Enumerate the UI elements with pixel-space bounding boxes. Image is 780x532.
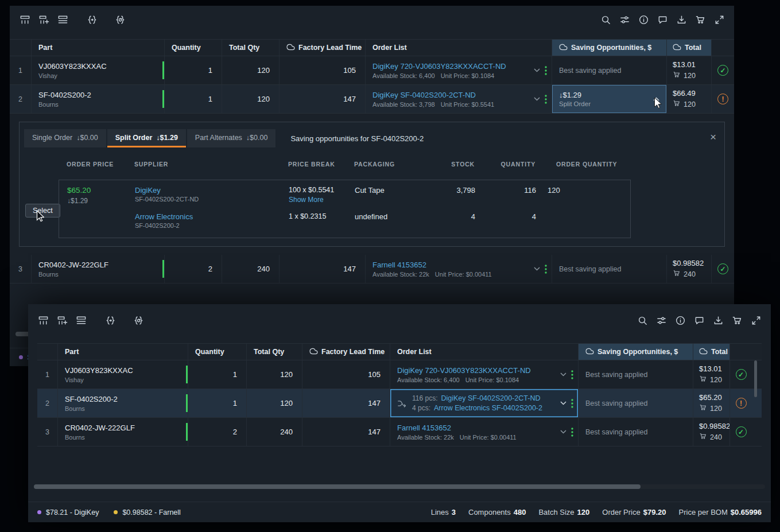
chevron-down-icon[interactable]: [534, 68, 540, 72]
part-cell[interactable]: VJ0603Y823KXXAC Vishay: [58, 360, 188, 389]
comment-icon[interactable]: [657, 14, 668, 25]
search-icon[interactable]: [637, 314, 648, 326]
order-part-link[interactable]: DigiKey 720-VJ0603Y823KXXACCT-ND: [372, 62, 529, 71]
cart-icon[interactable]: [731, 314, 743, 326]
supplier-link[interactable]: DigiKey: [135, 186, 281, 195]
kebab-menu-icon[interactable]: [545, 265, 547, 274]
kebab-menu-icon[interactable]: [571, 370, 573, 379]
table-add-icon[interactable]: [38, 14, 49, 25]
chevron-up-icon[interactable]: [653, 97, 659, 101]
tab-part-alternates[interactable]: Part Alternates↓$0.00: [187, 129, 276, 147]
part-cell[interactable]: CR0402-JW-222GLF Bourns: [58, 418, 188, 446]
select-button[interactable]: Select: [25, 204, 60, 218]
header-factory-lead-time[interactable]: Factory Lead Time: [280, 40, 366, 56]
part-cell[interactable]: CR0402-JW-222GLF Bourns: [32, 255, 165, 283]
header-saving-opportunities[interactable]: Saving Opportunities, $: [552, 40, 667, 56]
scrollbar-thumb[interactable]: [34, 484, 641, 489]
table-add-icon[interactable]: [56, 314, 68, 326]
filter-sliders-icon[interactable]: [655, 314, 667, 326]
expand-icon[interactable]: [750, 314, 762, 326]
order-list-cell[interactable]: Farnell 4153652 Available Stock: 22kUnit…: [366, 255, 552, 283]
order-part-link[interactable]: DigiKey 720-VJ0603Y823KXXACCT-ND: [397, 366, 556, 375]
chevron-down-icon[interactable]: [560, 372, 566, 376]
saving-cell[interactable]: Best saving applied: [552, 255, 667, 283]
order-part-link[interactable]: Farnell 4153652: [372, 261, 529, 269]
kebab-menu-icon[interactable]: [545, 66, 547, 75]
table-export-icon[interactable]: [57, 14, 68, 25]
close-icon[interactable]: ×: [710, 131, 716, 142]
header-total[interactable]: Total: [667, 40, 712, 56]
order-list-cell[interactable]: DigiKey SF-0402S200-2CT-ND Available Sto…: [366, 85, 552, 113]
table-import-icon[interactable]: [19, 14, 30, 25]
header-order-list[interactable]: Order List: [390, 344, 579, 360]
header-saving-opportunities[interactable]: Saving Opportunities, $: [579, 344, 693, 360]
header-total[interactable]: Total: [693, 344, 730, 360]
saving-cell[interactable]: Best saving applied: [579, 389, 693, 417]
info-icon[interactable]: [638, 14, 649, 25]
tab-single-order[interactable]: Single Order↓$0.00: [24, 129, 106, 147]
order-part-link[interactable]: DigiKey SF-0402S200-2CT-ND: [441, 394, 540, 402]
expand-icon[interactable]: [713, 14, 725, 25]
download-icon[interactable]: [676, 14, 687, 25]
table-row[interactable]: 1 VJ0603Y823KXXAC Vishay 1 120 105 DigiK…: [10, 56, 734, 85]
horizontal-scrollbar[interactable]: [34, 484, 765, 489]
table-row[interactable]: 3 CR0402-JW-222GLF Bourns 2 240 147 Farn…: [10, 255, 734, 284]
table-row[interactable]: 3 CR0402-JW-222GLF Bourns 2 240 147 Farn…: [37, 418, 762, 446]
comment-icon[interactable]: [693, 314, 705, 326]
split-order-option[interactable]: $65.20 ↓$1.29 DigiKey SF-0402S200-2CT-ND…: [59, 180, 631, 238]
saving-cell[interactable]: Best saving applied: [552, 56, 667, 84]
quantity-cell[interactable]: 1: [188, 389, 247, 417]
table-row[interactable]: 2 SF-0402S200-2 Bourns 1 120 147 DigiKey…: [10, 85, 734, 114]
part-cell[interactable]: SF-0402S200-2 Bourns: [58, 389, 188, 417]
split-order-cell[interactable]: 116 pcs:DigiKey SF-0402S200-2CT-ND 4 pcs…: [390, 389, 579, 417]
search-icon[interactable]: [600, 14, 611, 25]
chevron-down-icon[interactable]: [534, 267, 540, 271]
table-import-icon[interactable]: [37, 314, 49, 326]
supplier-link[interactable]: Arrow Electronics: [135, 212, 281, 221]
braces-transform-icon[interactable]: [104, 314, 116, 326]
tab-split-order[interactable]: Split Order↓$1.29: [107, 129, 186, 147]
order-list-cell[interactable]: Farnell 4153652 Available Stock: 22kUnit…: [390, 418, 579, 446]
header-quantity[interactable]: Quantity: [188, 344, 247, 360]
header-total-qty[interactable]: Total Qty: [222, 40, 280, 56]
chevron-down-icon[interactable]: [534, 97, 540, 101]
info-icon[interactable]: [674, 314, 686, 326]
header-quantity[interactable]: Quantity: [165, 40, 222, 56]
header-part[interactable]: Part: [32, 40, 165, 56]
quantity-cell[interactable]: 2: [165, 255, 222, 283]
quantity-cell[interactable]: 1: [165, 56, 222, 84]
saving-cell[interactable]: Best saving applied: [579, 360, 693, 389]
table-row-selected[interactable]: 2 SF-0402S200-2 Bourns 1 120 147 116 pcs…: [37, 389, 762, 418]
table-export-icon[interactable]: [75, 314, 87, 326]
header-order-list[interactable]: Order List: [366, 40, 552, 56]
braces-sync-icon[interactable]: [133, 314, 144, 326]
header-part[interactable]: Part: [58, 344, 188, 360]
braces-transform-icon[interactable]: [86, 14, 98, 25]
chevron-down-icon[interactable]: [560, 401, 566, 405]
cart-icon[interactable]: [694, 14, 706, 25]
show-more-link[interactable]: Show More: [289, 196, 347, 204]
kebab-menu-icon[interactable]: [545, 95, 547, 104]
order-list-cell[interactable]: DigiKey 720-VJ0603Y823KXXACCT-ND Availab…: [366, 56, 552, 84]
table-row[interactable]: 1 VJ0603Y823KXXAC Vishay 1 120 105 DigiK…: [37, 360, 762, 389]
kebab-menu-icon[interactable]: [571, 428, 573, 437]
order-list-cell[interactable]: DigiKey 720-VJ0603Y823KXXACCT-ND Availab…: [390, 360, 579, 389]
part-cell[interactable]: SF-0402S200-2 Bourns: [32, 85, 165, 113]
saving-cell[interactable]: Best saving applied: [579, 418, 693, 446]
quantity-cell[interactable]: 1: [188, 360, 247, 389]
order-part-link[interactable]: Farnell 4153652: [397, 424, 556, 432]
order-part-link[interactable]: Arrow Electronics SF-0402S200-2: [434, 404, 542, 412]
order-part-link[interactable]: DigiKey SF-0402S200-2CT-ND: [372, 91, 529, 99]
braces-sync-icon[interactable]: [114, 14, 126, 25]
kebab-menu-icon[interactable]: [571, 399, 573, 408]
scrollbar-thumb[interactable]: [754, 360, 757, 397]
header-total-qty[interactable]: Total Qty: [247, 344, 302, 360]
header-factory-lead-time[interactable]: Factory Lead Time: [302, 344, 390, 360]
part-cell[interactable]: VJ0603Y823KXXAC Vishay: [32, 56, 165, 84]
quantity-cell[interactable]: 1: [165, 85, 222, 113]
saving-cell-open[interactable]: ↓$1.29 Split Order: [552, 85, 667, 113]
filter-sliders-icon[interactable]: [619, 14, 630, 25]
download-icon[interactable]: [712, 314, 724, 326]
vertical-scrollbar[interactable]: [754, 360, 757, 478]
order-quantity-field[interactable]: 120: [536, 186, 630, 195]
